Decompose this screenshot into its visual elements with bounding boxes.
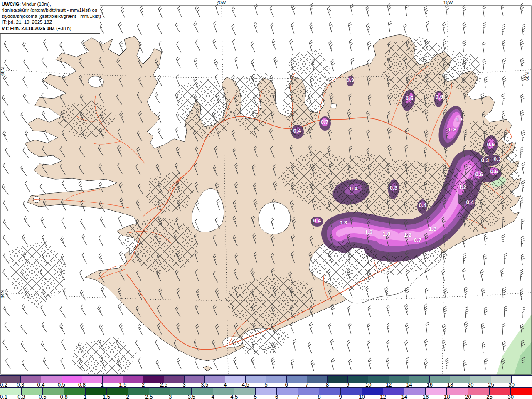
rain-scale: 0.10.30.50.811.522.533.544.5567891012141… [0, 387, 532, 399]
graticule-label: 64N [0, 290, 5, 298]
header-line-5: VT: Fim. 23.10.2025 08Z (+38 h) [2, 25, 98, 31]
precip-value-label: 0.5 [406, 95, 414, 101]
scale-tick-label: 0.8 [60, 394, 68, 399]
scale-tick-label: 14 [401, 394, 407, 399]
scale-tick-label: 3.5 [188, 394, 195, 399]
precip-value-label: 0.4 [466, 199, 474, 205]
precip-value-label: 1.0 [383, 231, 391, 237]
header-line-5-rest: (+38 h) [55, 26, 71, 31]
scale-tick-label: 3 [182, 382, 185, 387]
precip-value-label: 1.2 [459, 184, 467, 190]
scale-tick-label: 2 [126, 394, 129, 399]
scale-tick-label: 12 [386, 382, 392, 387]
header-line-1-rest: : Vindur (10m), [20, 2, 51, 7]
header-line-1: UWC/IG: Vindur (10m), [2, 1, 98, 7]
scale-cell [511, 388, 532, 395]
scale-tick-label: 2 [142, 382, 145, 387]
precip-value-label: 0.7 [321, 119, 329, 125]
precip-value-label: 0.6 [436, 94, 443, 100]
precip-value-label: 0.3 [481, 157, 489, 163]
scale-tick-label: 7 [305, 382, 308, 387]
scale-tick-label: 14 [406, 382, 412, 387]
precip-value-label: 0.4 [419, 202, 427, 208]
precip-value-label: 1.2 [404, 232, 412, 238]
precip-value-label: 1.5 [456, 116, 464, 123]
scale-tick-label: 3 [169, 394, 172, 399]
scale-tick-label: 9 [339, 394, 342, 399]
scale-tick-label: 16 [423, 394, 429, 399]
scale-tick-label: 0.1 [0, 394, 7, 399]
scale-tick-label: 1 [101, 382, 104, 387]
scale-tick-label: 6 [275, 394, 278, 399]
scale-tick-label: 4 [224, 382, 227, 387]
precip-value-label: 0.4 [313, 217, 321, 224]
precip-value-label: 0.7 [414, 237, 422, 243]
scale-tick-label: 3.5 [201, 382, 208, 387]
header-line-4: IT: þri. 21. 10. 2025 18Z [2, 19, 98, 25]
scale-cell [277, 388, 298, 395]
header-line-2: rigning/skúrir (grænt/blátt/rautt - mm/1… [2, 7, 98, 13]
graticule-label: 66N [0, 67, 5, 76]
precip-value-label: 0.3 [494, 156, 502, 162]
scale-tick-label: 0.3 [17, 382, 24, 387]
scale-tick-label: 10 [359, 394, 365, 399]
scale-tick-label: 25 [486, 394, 492, 399]
precip-value-label: 0.6 [487, 141, 495, 148]
forecast-header: UWC/IG: Vindur (10m), rigning/skúrir (gr… [0, 0, 100, 34]
legend-scales: 0.20.30.40.50.811.522.533.544.5567891012… [0, 375, 532, 399]
scale-cell [298, 388, 319, 395]
scale-tick-label: 1.5 [103, 394, 110, 399]
rain-scale-labels: 0.10.30.50.811.522.533.544.5567891012141… [0, 395, 532, 399]
scale-cell [266, 376, 286, 383]
rain-scale-boxes [0, 387, 532, 395]
lake-myvatn [331, 103, 337, 108]
weather-map-page: 20W15W66N66N64N 0.30.50.61.50.80.40.70.6… [0, 0, 532, 399]
scale-tick-label: 9 [346, 382, 349, 387]
scale-tick-label: 0.5 [39, 394, 46, 399]
scale-cell [319, 388, 340, 395]
scale-tick-label: 0.3 [17, 394, 25, 399]
precip-value-label: 0.3 [347, 77, 355, 83]
precip-value-label: 0.4 [350, 185, 358, 192]
scale-tick-label: 8 [326, 382, 329, 387]
map-svg: 20W15W66N66N64N 0.30.50.61.50.80.40.70.6… [0, 0, 532, 375]
scale-tick-label: 8 [318, 394, 320, 399]
scale-tick-label: 5 [254, 394, 257, 399]
scale-tick-label: 12 [380, 394, 386, 399]
scale-tick-label: 4 [211, 394, 214, 399]
scale-tick-label: 6 [285, 382, 288, 387]
graticule-label: 20W [217, 0, 226, 5]
graticule-label: 15W [443, 0, 453, 5]
scale-tick-label: 30 [508, 394, 514, 399]
scale-tick-label: 25 [488, 382, 494, 387]
precip-value-label: 0.4 [293, 128, 301, 134]
scale-tick-label: 4.5 [242, 382, 249, 387]
scale-tick-label: 0.8 [78, 382, 86, 387]
precip-value-label: 0.3 [340, 219, 347, 226]
precip-value-label: 1.3 [365, 229, 373, 235]
graticule-label: 66N [525, 72, 530, 81]
scale-tick-label: 2.5 [160, 382, 167, 387]
scale-tick-label: 16 [427, 382, 433, 387]
scale-tick-label: 18 [447, 382, 453, 387]
scale-cell [256, 388, 277, 395]
scale-cell [328, 376, 348, 383]
header-line-3: slydda/snjókoma (grátt/bleikt/grænt - mm… [2, 13, 98, 19]
valid-time: VT: Fim. 23.10.2025 08Z [2, 26, 55, 31]
scale-tick-label: 0.2 [0, 382, 7, 387]
scale-tick-label: 0.5 [58, 382, 65, 387]
scale-tick-label: 2.5 [145, 394, 153, 399]
scale-tick-label: 7 [296, 394, 299, 399]
scale-tick-label: 30 [509, 382, 515, 387]
scale-tick-label: 5 [264, 382, 267, 387]
scale-cell [512, 376, 532, 383]
glacier-hofsjokull [259, 202, 291, 234]
precip-value-label: 0.5 [490, 168, 498, 175]
scale-tick-label: 20 [468, 382, 473, 387]
scale-tick-label: 0.4 [37, 382, 44, 387]
scale-tick-label: 18 [444, 394, 450, 399]
sleet-snow-scale-labels: 0.20.30.40.50.811.522.533.544.5567891012… [0, 383, 532, 387]
scale-cell [307, 376, 328, 383]
precip-value-label: 0.8 [449, 126, 457, 133]
precip-value-label: 1.3 [429, 226, 437, 232]
